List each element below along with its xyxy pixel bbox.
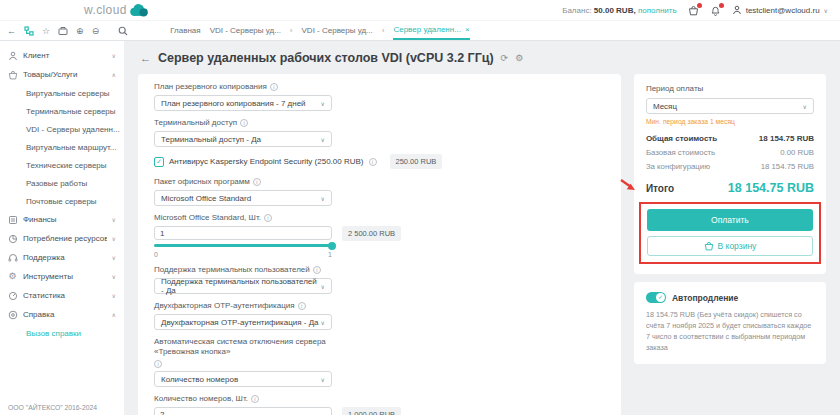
sidebar-item-products[interactable]: Товары/Услуги ∧ [0, 65, 124, 84]
refresh-icon[interactable]: ⟳ [501, 53, 509, 63]
total-label: Итого [646, 183, 674, 194]
backup-plan-select[interactable]: План резервного копирования - 7 дней ∨ [154, 95, 332, 111]
info-icon[interactable]: i [369, 158, 377, 166]
topup-link[interactable]: пополнить [638, 6, 677, 15]
numbers-qty-input[interactable] [154, 407, 332, 415]
chevron-down-icon: ∨ [824, 7, 828, 14]
cost-row-value: 18 154.75 RUB [759, 134, 814, 143]
sidebar-subitem-virtual-routers[interactable]: Виртуальные маршрут... [0, 138, 124, 156]
sidebar-item-resource-usage[interactable]: Потребление ресурсов ∨ [0, 229, 124, 248]
chevron-up-icon: ∧ [112, 71, 116, 78]
zoom-out-icon[interactable]: ⊖ [92, 26, 100, 36]
pay-button[interactable]: Оплатить [647, 209, 813, 231]
chevron-down-icon: ∨ [321, 195, 325, 202]
sidebar-subitem-technical-servers[interactable]: Технические серверы [0, 156, 124, 174]
chevron-down-icon: ∨ [321, 283, 325, 290]
breadcrumb-vdi-list[interactable]: VDI - Серверы уд... [210, 21, 281, 40]
breadcrumb-home[interactable]: Главная [170, 21, 200, 40]
back-icon[interactable]: ← [7, 26, 16, 36]
terminal-users-support-select[interactable]: Поддержка терминальных пользователей - Д… [154, 278, 332, 294]
autorenew-description: 18 154.75 RUB (Без учёта скидок) спишетс… [646, 309, 814, 354]
sidebar-subitem-call-help[interactable]: Вызов справки [0, 324, 124, 342]
sidebar-subitem-virtual-servers[interactable]: Виртуальные серверы [0, 84, 124, 102]
terminal-access-select[interactable]: Терминальный доступ - Да ∨ [154, 131, 332, 147]
settings-gear-icon[interactable]: ⚙ [515, 53, 523, 63]
payment-period-select[interactable]: Месяц ∨ [646, 98, 814, 114]
sidebar-subitem-terminal-servers[interactable]: Терминальные серверы [0, 102, 124, 120]
page-title: Сервер удаленных рабочих столов VDI (vCP… [158, 51, 494, 65]
field-label: Пакет офисных программ [154, 177, 250, 187]
period-label: Период оплаты [646, 84, 703, 94]
archive-box-icon[interactable] [58, 26, 68, 36]
cart-badge [697, 3, 702, 8]
sidebar-subitem-mail-servers[interactable]: Почтовые серверы [0, 192, 124, 210]
zoom-in-icon[interactable]: ⊕ [76, 26, 84, 36]
info-icon[interactable]: i [154, 360, 162, 368]
office-pack-select[interactable]: Microsoft Office Standard ∨ [154, 190, 332, 206]
autorenew-card: ✓ Автопродление 18 154.75 RUB (Без учёта… [634, 282, 826, 364]
chevron-down-icon: ∨ [321, 319, 325, 326]
annotation-arrow [620, 178, 638, 194]
basket-icon [704, 241, 714, 251]
add-to-cart-button[interactable]: В корзину [647, 236, 813, 256]
sidebar-item-finance[interactable]: Финансы ∨ [0, 210, 124, 229]
slider-thumb[interactable] [328, 242, 336, 250]
breadcrumb-vdi-list-2[interactable]: VDI - Серверы уд... [302, 21, 373, 40]
chevron-down-icon: ∨ [112, 292, 116, 299]
info-icon[interactable]: i [264, 214, 272, 222]
office-price-badge: 2 500.00 RUB [342, 226, 401, 241]
logo-cloud-icon [129, 4, 149, 17]
info-icon[interactable]: i [240, 119, 248, 127]
sidebar-subitem-one-time-works[interactable]: Разовые работы [0, 174, 124, 192]
breadcrumb-separator: › [290, 26, 293, 35]
gear-icon: ⚙ [7, 271, 18, 282]
cart-icon[interactable] [688, 5, 699, 16]
numbers-price-badge: 1 000.00 RUB [342, 407, 401, 415]
otp-auth-select[interactable]: Двухфакторная OTP-аутентификация - Да ∨ [154, 314, 332, 330]
slider-min: 0 [154, 251, 158, 258]
pie-chart-icon [7, 290, 18, 301]
sitemap-icon[interactable] [24, 26, 34, 36]
office-qty-slider[interactable] [154, 244, 332, 247]
chevron-down-icon: ∨ [112, 235, 116, 242]
sidebar-item-tools[interactable]: ⚙ Инструменты ∨ [0, 267, 124, 286]
back-arrow-icon[interactable]: ← [140, 52, 151, 64]
autorenew-label: Автопродление [672, 293, 738, 303]
info-icon[interactable]: i [313, 266, 321, 274]
close-tab-icon[interactable]: × [465, 25, 470, 34]
config-form-panel: План резервного копированияi План резерв… [138, 74, 621, 415]
cost-row-label: Базовая стоимость [646, 148, 715, 157]
breadcrumb-separator: › [382, 26, 385, 35]
sidebar-item-client[interactable]: Клиент ∨ [0, 46, 124, 65]
info-icon[interactable]: i [253, 178, 261, 186]
alarm-button-select[interactable]: Количество номеров ∨ [154, 371, 332, 387]
star-icon[interactable]: ☆ [42, 26, 50, 36]
total-value: 18 154.75 RUB [728, 181, 814, 195]
info-icon[interactable]: i [298, 302, 306, 310]
min-period-hint: Мин. период заказа 1 месяц [646, 118, 814, 125]
sidebar-subitem-vdi-servers[interactable]: VDI - Серверы удаленн... [0, 120, 124, 138]
basket-icon [7, 69, 18, 80]
info-icon[interactable]: i [251, 395, 259, 403]
notifications-badge [719, 3, 724, 8]
office-qty-input[interactable] [154, 226, 332, 240]
breadcrumb: Главная VDI - Серверы уд... › VDI - Серв… [170, 21, 469, 40]
slider-max: 1 [328, 251, 332, 258]
logo[interactable]: w.cloud [84, 3, 149, 17]
user-icon [7, 50, 18, 61]
user-menu[interactable]: testclient@wcloud.ru ∨ [732, 5, 828, 15]
sidebar-item-help[interactable]: Справка ∧ [0, 305, 124, 324]
info-icon[interactable]: i [270, 83, 278, 91]
antivirus-price-badge: 250.00 RUB [390, 154, 443, 169]
breadcrumb-current-tab[interactable]: Сервер удаленн... × [393, 21, 469, 40]
notifications-bell-icon[interactable] [710, 5, 721, 16]
cost-row-value: 0.00 RUB [780, 148, 814, 157]
search-icon[interactable] [118, 26, 128, 36]
sidebar-item-support[interactable]: Поддержка ∨ [0, 248, 124, 267]
autorenew-toggle[interactable]: ✓ [646, 292, 666, 303]
headset-icon [7, 252, 18, 263]
sidebar-item-statistics[interactable]: Статистика ∨ [0, 286, 124, 305]
chevron-down-icon: ∨ [112, 273, 116, 280]
antivirus-checkbox[interactable]: ✓ [154, 157, 164, 167]
cost-row-value: 18 154.75 RUB [761, 162, 814, 171]
